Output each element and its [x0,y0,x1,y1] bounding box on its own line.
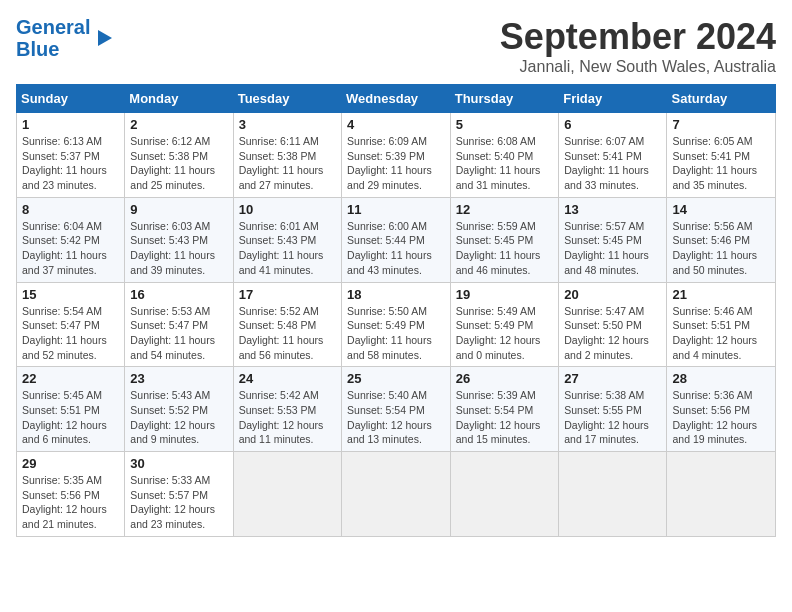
calendar-cell: 14Sunrise: 5:56 AMSunset: 5:46 PMDayligh… [667,197,776,282]
calendar-cell: 9Sunrise: 6:03 AMSunset: 5:43 PMDaylight… [125,197,233,282]
calendar-header-row: SundayMondayTuesdayWednesdayThursdayFrid… [17,85,776,113]
calendar-cell [667,452,776,537]
day-number: 21 [672,287,770,302]
logo: General Blue [16,16,114,60]
calendar-cell: 20Sunrise: 5:47 AMSunset: 5:50 PMDayligh… [559,282,667,367]
day-header-wednesday: Wednesday [342,85,451,113]
day-info: Sunrise: 5:59 AMSunset: 5:45 PMDaylight:… [456,219,553,278]
day-info: Sunrise: 6:09 AMSunset: 5:39 PMDaylight:… [347,134,445,193]
day-info: Sunrise: 5:49 AMSunset: 5:49 PMDaylight:… [456,304,553,363]
day-info: Sunrise: 6:01 AMSunset: 5:43 PMDaylight:… [239,219,336,278]
day-number: 4 [347,117,445,132]
day-number: 14 [672,202,770,217]
day-info: Sunrise: 6:08 AMSunset: 5:40 PMDaylight:… [456,134,553,193]
day-number: 9 [130,202,227,217]
day-number: 26 [456,371,553,386]
calendar-cell: 27Sunrise: 5:38 AMSunset: 5:55 PMDayligh… [559,367,667,452]
calendar-cell: 11Sunrise: 6:00 AMSunset: 5:44 PMDayligh… [342,197,451,282]
day-info: Sunrise: 5:52 AMSunset: 5:48 PMDaylight:… [239,304,336,363]
week-row-2: 8Sunrise: 6:04 AMSunset: 5:42 PMDaylight… [17,197,776,282]
day-number: 18 [347,287,445,302]
day-info: Sunrise: 5:38 AMSunset: 5:55 PMDaylight:… [564,388,661,447]
location-title: Jannali, New South Wales, Australia [500,58,776,76]
day-number: 13 [564,202,661,217]
calendar-cell: 5Sunrise: 6:08 AMSunset: 5:40 PMDaylight… [450,113,558,198]
day-number: 16 [130,287,227,302]
day-info: Sunrise: 6:07 AMSunset: 5:41 PMDaylight:… [564,134,661,193]
calendar-cell: 18Sunrise: 5:50 AMSunset: 5:49 PMDayligh… [342,282,451,367]
day-info: Sunrise: 5:33 AMSunset: 5:57 PMDaylight:… [130,473,227,532]
day-header-thursday: Thursday [450,85,558,113]
day-number: 20 [564,287,661,302]
day-number: 10 [239,202,336,217]
day-header-saturday: Saturday [667,85,776,113]
day-info: Sunrise: 5:46 AMSunset: 5:51 PMDaylight:… [672,304,770,363]
calendar-cell: 23Sunrise: 5:43 AMSunset: 5:52 PMDayligh… [125,367,233,452]
day-header-monday: Monday [125,85,233,113]
title-block: September 2024 Jannali, New South Wales,… [500,16,776,76]
calendar-cell: 30Sunrise: 5:33 AMSunset: 5:57 PMDayligh… [125,452,233,537]
day-info: Sunrise: 6:04 AMSunset: 5:42 PMDaylight:… [22,219,119,278]
day-header-sunday: Sunday [17,85,125,113]
day-info: Sunrise: 5:40 AMSunset: 5:54 PMDaylight:… [347,388,445,447]
logo-blue: Blue [16,38,59,60]
calendar-table: SundayMondayTuesdayWednesdayThursdayFrid… [16,84,776,537]
day-number: 23 [130,371,227,386]
calendar-cell: 8Sunrise: 6:04 AMSunset: 5:42 PMDaylight… [17,197,125,282]
calendar-cell [342,452,451,537]
calendar-cell: 19Sunrise: 5:49 AMSunset: 5:49 PMDayligh… [450,282,558,367]
calendar-cell: 12Sunrise: 5:59 AMSunset: 5:45 PMDayligh… [450,197,558,282]
day-header-friday: Friday [559,85,667,113]
day-number: 30 [130,456,227,471]
month-title: September 2024 [500,16,776,58]
logo-general: General [16,16,90,38]
day-number: 5 [456,117,553,132]
day-info: Sunrise: 5:43 AMSunset: 5:52 PMDaylight:… [130,388,227,447]
calendar-cell: 29Sunrise: 5:35 AMSunset: 5:56 PMDayligh… [17,452,125,537]
calendar-cell: 28Sunrise: 5:36 AMSunset: 5:56 PMDayligh… [667,367,776,452]
day-info: Sunrise: 6:13 AMSunset: 5:37 PMDaylight:… [22,134,119,193]
day-number: 28 [672,371,770,386]
day-info: Sunrise: 5:45 AMSunset: 5:51 PMDaylight:… [22,388,119,447]
day-number: 2 [130,117,227,132]
calendar-cell: 1Sunrise: 6:13 AMSunset: 5:37 PMDaylight… [17,113,125,198]
day-number: 22 [22,371,119,386]
day-info: Sunrise: 5:54 AMSunset: 5:47 PMDaylight:… [22,304,119,363]
calendar-cell: 24Sunrise: 5:42 AMSunset: 5:53 PMDayligh… [233,367,341,452]
logo-arrow-icon [94,28,114,48]
day-header-tuesday: Tuesday [233,85,341,113]
day-number: 17 [239,287,336,302]
calendar-cell: 7Sunrise: 6:05 AMSunset: 5:41 PMDaylight… [667,113,776,198]
svg-marker-0 [98,30,112,46]
logo-text: General Blue [16,16,90,60]
day-number: 12 [456,202,553,217]
calendar-cell: 22Sunrise: 5:45 AMSunset: 5:51 PMDayligh… [17,367,125,452]
day-info: Sunrise: 5:57 AMSunset: 5:45 PMDaylight:… [564,219,661,278]
day-info: Sunrise: 5:35 AMSunset: 5:56 PMDaylight:… [22,473,119,532]
day-info: Sunrise: 5:39 AMSunset: 5:54 PMDaylight:… [456,388,553,447]
calendar-cell: 16Sunrise: 5:53 AMSunset: 5:47 PMDayligh… [125,282,233,367]
day-info: Sunrise: 6:05 AMSunset: 5:41 PMDaylight:… [672,134,770,193]
day-info: Sunrise: 5:47 AMSunset: 5:50 PMDaylight:… [564,304,661,363]
calendar-cell: 26Sunrise: 5:39 AMSunset: 5:54 PMDayligh… [450,367,558,452]
calendar-cell [233,452,341,537]
calendar-cell: 3Sunrise: 6:11 AMSunset: 5:38 PMDaylight… [233,113,341,198]
day-info: Sunrise: 5:36 AMSunset: 5:56 PMDaylight:… [672,388,770,447]
day-info: Sunrise: 5:50 AMSunset: 5:49 PMDaylight:… [347,304,445,363]
day-number: 7 [672,117,770,132]
week-row-5: 29Sunrise: 5:35 AMSunset: 5:56 PMDayligh… [17,452,776,537]
calendar-cell: 21Sunrise: 5:46 AMSunset: 5:51 PMDayligh… [667,282,776,367]
day-number: 11 [347,202,445,217]
calendar-cell: 17Sunrise: 5:52 AMSunset: 5:48 PMDayligh… [233,282,341,367]
day-info: Sunrise: 5:56 AMSunset: 5:46 PMDaylight:… [672,219,770,278]
day-number: 25 [347,371,445,386]
day-number: 6 [564,117,661,132]
day-info: Sunrise: 5:42 AMSunset: 5:53 PMDaylight:… [239,388,336,447]
day-info: Sunrise: 5:53 AMSunset: 5:47 PMDaylight:… [130,304,227,363]
calendar-cell: 2Sunrise: 6:12 AMSunset: 5:38 PMDaylight… [125,113,233,198]
day-info: Sunrise: 6:00 AMSunset: 5:44 PMDaylight:… [347,219,445,278]
calendar-cell: 25Sunrise: 5:40 AMSunset: 5:54 PMDayligh… [342,367,451,452]
week-row-4: 22Sunrise: 5:45 AMSunset: 5:51 PMDayligh… [17,367,776,452]
calendar-cell [559,452,667,537]
week-row-3: 15Sunrise: 5:54 AMSunset: 5:47 PMDayligh… [17,282,776,367]
